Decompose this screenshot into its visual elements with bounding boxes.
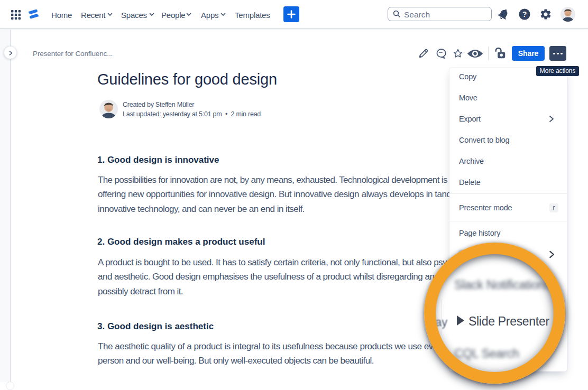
svg-text:?: ? <box>522 10 527 18</box>
